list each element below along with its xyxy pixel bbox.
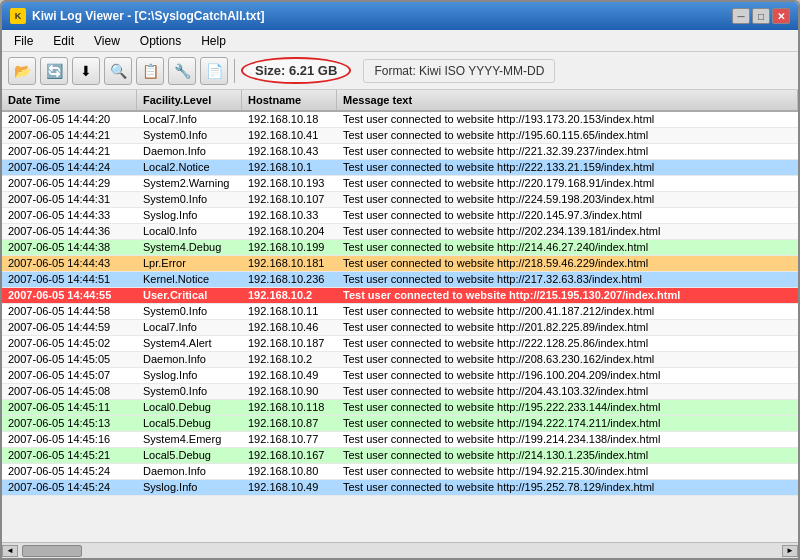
scroll-right-button[interactable]: ► <box>782 545 798 557</box>
table-row[interactable]: 2007-06-05 14:44:58System0.Info192.168.1… <box>2 304 798 320</box>
scroll-thumb[interactable] <box>22 545 82 557</box>
menu-view[interactable]: View <box>86 32 128 50</box>
cell-facility: Local5.Debug <box>137 416 242 431</box>
title-bar-left: K Kiwi Log Viewer - [C:\SyslogCatchAll.t… <box>10 8 264 24</box>
menu-options[interactable]: Options <box>132 32 189 50</box>
table-row[interactable]: 2007-06-05 14:44:24Local2.Notice192.168.… <box>2 160 798 176</box>
table-row[interactable]: 2007-06-05 14:44:21System0.Info192.168.1… <box>2 128 798 144</box>
table-row[interactable]: 2007-06-05 14:44:51Kernel.Notice192.168.… <box>2 272 798 288</box>
cell-datetime: 2007-06-05 14:44:36 <box>2 224 137 239</box>
table-row[interactable]: 2007-06-05 14:44:31System0.Info192.168.1… <box>2 192 798 208</box>
size-badge: Size: 6.21 GB <box>241 57 351 84</box>
cell-host: 192.168.10.236 <box>242 272 337 287</box>
refresh-button[interactable]: 🔄 <box>40 57 68 85</box>
toolbar-separator <box>234 59 235 83</box>
table-row[interactable]: 2007-06-05 14:45:24Syslog.Info192.168.10… <box>2 480 798 496</box>
cell-message: Test user connected to website http://20… <box>337 352 798 367</box>
cell-facility: System0.Info <box>137 128 242 143</box>
cell-facility: Local7.Info <box>137 320 242 335</box>
cell-datetime: 2007-06-05 14:45:05 <box>2 352 137 367</box>
table-body[interactable]: 2007-06-05 14:44:20Local7.Info192.168.10… <box>2 112 798 542</box>
cell-host: 192.168.10.80 <box>242 464 337 479</box>
cell-host: 192.168.10.118 <box>242 400 337 415</box>
format-label: Format: Kiwi ISO YYYY-MM-DD <box>363 59 555 83</box>
table-row[interactable]: 2007-06-05 14:45:11Local0.Debug192.168.1… <box>2 400 798 416</box>
cell-host: 192.168.10.33 <box>242 208 337 223</box>
table-row[interactable]: 2007-06-05 14:45:08System0.Info192.168.1… <box>2 384 798 400</box>
cell-message: Test user connected to website http://19… <box>337 432 798 447</box>
menu-file[interactable]: File <box>6 32 41 50</box>
cell-datetime: 2007-06-05 14:44:51 <box>2 272 137 287</box>
col-hostname[interactable]: Hostname <box>242 90 337 110</box>
cell-host: 192.168.10.181 <box>242 256 337 271</box>
cell-facility: System4.Emerg <box>137 432 242 447</box>
cell-message: Test user connected to website http://20… <box>337 224 798 239</box>
cell-message: Test user connected to website http://21… <box>337 240 798 255</box>
search-button[interactable]: 🔍 <box>104 57 132 85</box>
cell-datetime: 2007-06-05 14:44:29 <box>2 176 137 191</box>
cell-datetime: 2007-06-05 14:44:20 <box>2 112 137 127</box>
cell-datetime: 2007-06-05 14:45:08 <box>2 384 137 399</box>
table-header: Date Time Facility.Level Hostname Messag… <box>2 90 798 112</box>
cell-message: Test user connected to website http://20… <box>337 384 798 399</box>
cell-datetime: 2007-06-05 14:44:24 <box>2 160 137 175</box>
table-row[interactable]: 2007-06-05 14:45:13Local5.Debug192.168.1… <box>2 416 798 432</box>
maximize-button[interactable]: □ <box>752 8 770 24</box>
cell-facility: System0.Info <box>137 192 242 207</box>
cell-host: 192.168.10.204 <box>242 224 337 239</box>
table-row[interactable]: 2007-06-05 14:44:33Syslog.Info192.168.10… <box>2 208 798 224</box>
table-row[interactable]: 2007-06-05 14:44:21Daemon.Info192.168.10… <box>2 144 798 160</box>
table-row[interactable]: 2007-06-05 14:45:16System4.Emerg192.168.… <box>2 432 798 448</box>
table-row[interactable]: 2007-06-05 14:44:36Local0.Info192.168.10… <box>2 224 798 240</box>
cell-message: Test user connected to website http://19… <box>337 128 798 143</box>
cell-host: 192.168.10.193 <box>242 176 337 191</box>
cell-facility: Local2.Notice <box>137 160 242 175</box>
cell-datetime: 2007-06-05 14:44:21 <box>2 128 137 143</box>
settings-button[interactable]: 🔧 <box>168 57 196 85</box>
cell-host: 192.168.10.49 <box>242 480 337 495</box>
horizontal-scrollbar[interactable]: ◄ ► <box>2 542 798 558</box>
cell-facility: Kernel.Notice <box>137 272 242 287</box>
minimize-button[interactable]: ─ <box>732 8 750 24</box>
scroll-track[interactable] <box>22 545 778 557</box>
cell-datetime: 2007-06-05 14:45:07 <box>2 368 137 383</box>
close-button[interactable]: ✕ <box>772 8 790 24</box>
cell-host: 192.168.10.46 <box>242 320 337 335</box>
col-datetime[interactable]: Date Time <box>2 90 137 110</box>
menu-edit[interactable]: Edit <box>45 32 82 50</box>
cell-host: 192.168.10.107 <box>242 192 337 207</box>
table-row[interactable]: 2007-06-05 14:45:07Syslog.Info192.168.10… <box>2 368 798 384</box>
col-message[interactable]: Message text <box>337 90 798 110</box>
table-row[interactable]: 2007-06-05 14:44:38System4.Debug192.168.… <box>2 240 798 256</box>
cell-host: 192.168.10.90 <box>242 384 337 399</box>
open-button[interactable]: 📂 <box>8 57 36 85</box>
cell-datetime: 2007-06-05 14:45:02 <box>2 336 137 351</box>
scroll-left-button[interactable]: ◄ <box>2 545 18 557</box>
list-button[interactable]: 📋 <box>136 57 164 85</box>
cell-message: Test user connected to website http://19… <box>337 480 798 495</box>
cell-message: Test user connected to website http://21… <box>337 448 798 463</box>
cell-message: Test user connected to website http://19… <box>337 464 798 479</box>
cell-datetime: 2007-06-05 14:44:55 <box>2 288 137 303</box>
table-row[interactable]: 2007-06-05 14:45:24Daemon.Info192.168.10… <box>2 464 798 480</box>
log-table: Date Time Facility.Level Hostname Messag… <box>2 90 798 542</box>
cell-host: 192.168.10.18 <box>242 112 337 127</box>
table-row[interactable]: 2007-06-05 14:44:29System2.Warning192.16… <box>2 176 798 192</box>
table-row[interactable]: 2007-06-05 14:44:59Local7.Info192.168.10… <box>2 320 798 336</box>
col-facility[interactable]: Facility.Level <box>137 90 242 110</box>
table-row[interactable]: 2007-06-05 14:45:21Local5.Debug192.168.1… <box>2 448 798 464</box>
copy-button[interactable]: 📄 <box>200 57 228 85</box>
cell-datetime: 2007-06-05 14:45:24 <box>2 480 137 495</box>
cell-datetime: 2007-06-05 14:44:59 <box>2 320 137 335</box>
table-row[interactable]: 2007-06-05 14:45:02System4.Alert192.168.… <box>2 336 798 352</box>
cell-datetime: 2007-06-05 14:45:16 <box>2 432 137 447</box>
table-row[interactable]: 2007-06-05 14:44:43Lpr.Error192.168.10.1… <box>2 256 798 272</box>
table-row[interactable]: 2007-06-05 14:44:55User.Critical192.168.… <box>2 288 798 304</box>
cell-message: Test user connected to website http://19… <box>337 400 798 415</box>
menu-help[interactable]: Help <box>193 32 234 50</box>
cell-facility: Local5.Debug <box>137 448 242 463</box>
table-row[interactable]: 2007-06-05 14:45:05Daemon.Info192.168.10… <box>2 352 798 368</box>
download-button[interactable]: ⬇ <box>72 57 100 85</box>
table-row[interactable]: 2007-06-05 14:44:20Local7.Info192.168.10… <box>2 112 798 128</box>
cell-datetime: 2007-06-05 14:44:21 <box>2 144 137 159</box>
